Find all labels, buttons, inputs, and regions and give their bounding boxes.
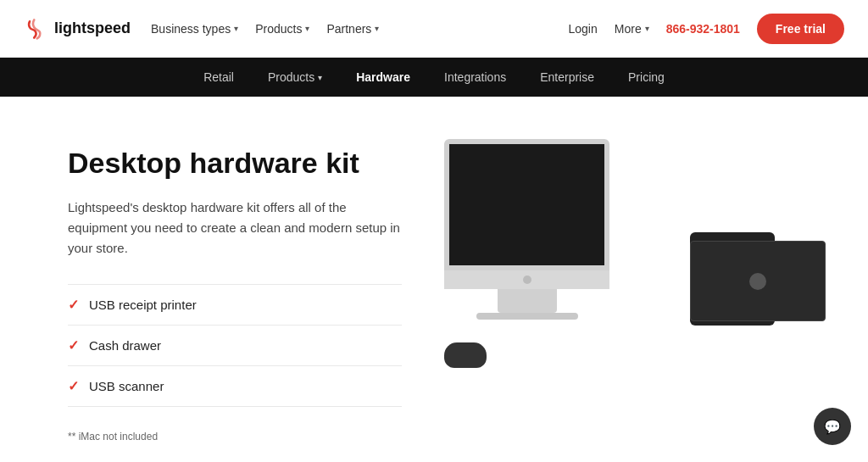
check-icon: ✓	[68, 378, 79, 394]
hardware-image: EPSON	[419, 139, 826, 410]
nav-business-types[interactable]: Business types ▾	[151, 22, 238, 36]
list-item: ✓ USB receipt printer	[68, 285, 402, 326]
nav-more[interactable]: More ▾	[615, 22, 649, 36]
chevron-down-icon: ▾	[305, 24, 309, 33]
phone-number[interactable]: 866-932-1801	[666, 22, 740, 36]
main-menu: Business types ▾ Products ▾ Partners ▾	[151, 22, 379, 36]
list-item: ✓ USB scanner	[68, 366, 402, 407]
chat-icon: 💬	[824, 419, 841, 435]
page-title: Desktop hardware kit	[68, 148, 402, 179]
check-icon: ✓	[68, 337, 79, 353]
imac-screen	[444, 139, 609, 270]
drawer-body	[690, 241, 826, 321]
cash-drawer	[690, 241, 826, 321]
imac-chin	[444, 270, 609, 289]
mouse-body	[444, 342, 487, 368]
main-content: Desktop hardware kit Lightspeed's deskto…	[0, 97, 868, 462]
subnav-hardware[interactable]: Hardware	[356, 70, 410, 84]
imac-base	[476, 313, 578, 320]
nav-partners[interactable]: Partners ▾	[326, 22, 379, 36]
imac	[444, 139, 609, 320]
chevron-down-icon: ▾	[234, 24, 238, 33]
subnav-products[interactable]: Products ▾	[268, 70, 322, 84]
list-item: ✓ Cash drawer	[68, 326, 402, 366]
chevron-down-icon: ▾	[318, 73, 322, 82]
footnote: ** iMac not included	[68, 431, 402, 443]
check-icon: ✓	[68, 297, 79, 313]
logo[interactable]: lightspeed	[24, 17, 131, 41]
nav-products[interactable]: Products ▾	[255, 22, 309, 36]
logo-icon	[24, 17, 47, 41]
subnav-enterprise[interactable]: Enterprise	[540, 70, 594, 84]
free-trial-button[interactable]: Free trial	[757, 14, 844, 44]
feature-list: ✓ USB receipt printer ✓ Cash drawer ✓ US…	[68, 284, 402, 407]
hardware-image-container: EPSON	[419, 139, 826, 410]
brand-name: lightspeed	[54, 19, 131, 37]
top-nav: lightspeed Business types ▾ Products ▾ P…	[0, 0, 868, 58]
chevron-down-icon: ▾	[645, 24, 649, 33]
subnav-integrations[interactable]: Integrations	[444, 70, 506, 84]
login-link[interactable]: Login	[569, 22, 598, 36]
page-description: Lightspeed's desktop hardware kit offers…	[68, 198, 402, 259]
nav-left: lightspeed Business types ▾ Products ▾ P…	[24, 17, 379, 41]
chevron-down-icon: ▾	[375, 24, 379, 33]
subnav-pricing[interactable]: Pricing	[628, 70, 665, 84]
drawer-lock-icon	[749, 273, 766, 290]
imac-stand	[498, 289, 557, 313]
chat-widget[interactable]: 💬	[814, 408, 851, 445]
nav-right: Login More ▾ 866-932-1801 Free trial	[569, 14, 845, 44]
content-left: Desktop hardware kit Lightspeed's deskto…	[68, 139, 402, 443]
sub-nav: Retail Products ▾ Hardware Integrations …	[0, 58, 868, 97]
subnav-retail[interactable]: Retail	[203, 70, 234, 84]
mouse	[444, 342, 487, 368]
